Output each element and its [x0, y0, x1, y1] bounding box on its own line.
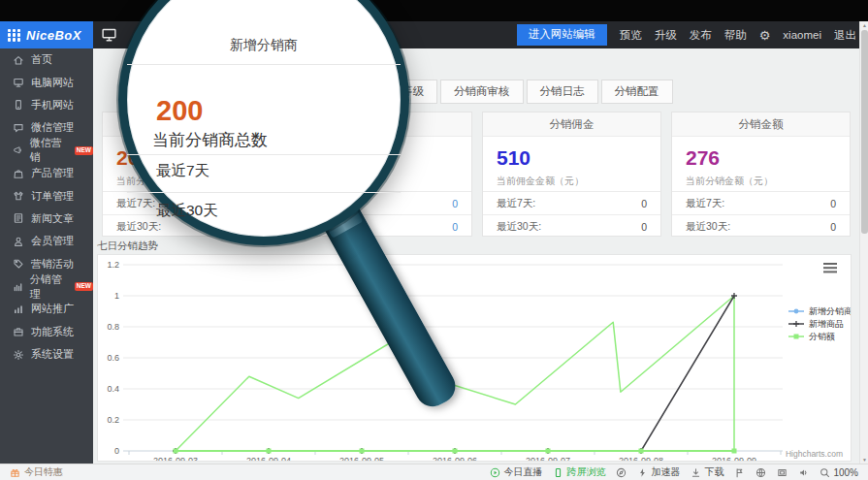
row-value: 0 — [830, 198, 836, 209]
legend-item[interactable]: 新增商品 — [809, 319, 844, 329]
magnified-card-value: 200 — [156, 95, 203, 127]
sidebar: 首页电脑网站手机网站微信管理微信营销NEW产品管理订单管理新闻文章会员管理营销活… — [0, 48, 93, 464]
sidebar-item-orders[interactable]: 订单管理 — [0, 184, 93, 207]
row-value: 0 — [641, 198, 647, 209]
menu-upgrade[interactable]: 升级 — [655, 28, 677, 43]
sidebar-item-distribution[interactable]: 分销管理NEW — [0, 275, 93, 298]
tag-icon — [13, 258, 24, 270]
svg-text:2016-09-09: 2016-09-09 — [712, 456, 756, 461]
sidebar-item-label: 网站推广 — [31, 302, 74, 316]
menu-publish[interactable]: 发布 — [690, 28, 712, 43]
row-value: 0 — [452, 198, 458, 209]
sidebar-item-label: 首页 — [31, 52, 52, 67]
globe-icon — [755, 467, 766, 478]
card-caption: 当前分销金额（元） — [686, 175, 773, 188]
menu-preview[interactable]: 预览 — [620, 28, 642, 43]
sidebar-item-members[interactable]: 会员管理 — [0, 230, 93, 252]
status-item-label: 加速器 — [651, 465, 680, 479]
magnified-row-7d: 最近7天 — [156, 161, 209, 181]
bag-icon — [13, 168, 24, 179]
legend-item[interactable]: 新增分销商 — [809, 306, 851, 316]
apps-grid-icon — [8, 29, 20, 42]
settings-gear-icon[interactable]: ⚙ — [759, 28, 771, 43]
tab-config[interactable]: 分销配置 — [601, 80, 673, 104]
scroll-down-arrow[interactable]: ▼ — [860, 457, 868, 463]
row-value: 0 — [830, 221, 836, 233]
status-item-window[interactable] — [777, 467, 788, 478]
card-amount: 分销金额276当前分销金额（元）最近7天:0最近30天:0 — [671, 112, 851, 237]
card-row: 最近7天:0 — [672, 191, 850, 214]
pc-view-icon[interactable] — [101, 26, 117, 47]
tab-logs[interactable]: 分销日志 — [527, 80, 598, 104]
sidebar-item-pc-site[interactable]: 电脑网站 — [0, 71, 93, 93]
sidebar-item-mobile-site[interactable]: 手机网站 — [0, 94, 93, 116]
member-icon — [13, 236, 24, 247]
sidebar-item-news[interactable]: 新闻文章 — [0, 208, 93, 230]
card-title: 分销佣金 — [483, 112, 660, 137]
scrollbar-thumb[interactable] — [861, 30, 868, 234]
brand-name: NiceBoX — [26, 28, 81, 43]
status-item-live[interactable]: 今日直播 — [490, 465, 542, 479]
chart-menu-icon[interactable] — [823, 263, 837, 265]
card-row: 最近30天:0 — [483, 214, 660, 238]
status-item-cross-screen[interactable]: 跨屏浏览 — [553, 465, 605, 479]
scroll-up-arrow[interactable]: ▲ — [860, 22, 868, 28]
status-bar: 今日特惠 今日直播跨屏浏览加速器下载100% — [0, 464, 868, 480]
gear-icon — [13, 349, 24, 361]
vertical-scrollbar[interactable]: ▲ ▼ — [859, 21, 868, 464]
logout-link[interactable]: 退出 — [834, 28, 856, 43]
row-label: 最近30天: — [686, 220, 730, 234]
horn-icon — [13, 144, 23, 156]
shirt-icon — [13, 190, 24, 202]
highcharts-credit[interactable]: Highcharts.com — [786, 449, 843, 459]
card-caption: 当前佣金金额（元） — [497, 175, 584, 188]
status-item-compass[interactable] — [616, 467, 627, 478]
status-item-zoom[interactable]: 100% — [820, 467, 858, 478]
tab-review[interactable]: 分销商审核 — [440, 80, 524, 104]
magnified-card: 新增分销商 200 当前分销商总数 最近7天 最近30天 — [127, 0, 401, 237]
window-icon — [777, 467, 788, 478]
brand-logo[interactable]: NiceBoX — [0, 21, 93, 48]
status-item-browser[interactable] — [755, 467, 766, 478]
todays-deal-label: 今日特惠 — [24, 465, 63, 479]
sidebar-item-settings[interactable]: 系统设置 — [0, 343, 93, 366]
chart-title: 七日分销趋势 — [97, 240, 158, 253]
svg-text:1: 1 — [114, 291, 119, 301]
chart-menu-icon[interactable] — [823, 267, 837, 269]
svg-text:2016-09-07: 2016-09-07 — [526, 456, 570, 461]
sidebar-item-home[interactable]: 首页 — [0, 48, 93, 71]
screenshot-root: NiceBoX 进入网站编辑 预览 升级 发布 帮助 ⚙ xiaomei 退出 … — [0, 0, 868, 480]
svg-text:2016-09-04: 2016-09-04 — [246, 456, 291, 461]
gift-icon — [10, 467, 20, 478]
speaker-icon — [798, 467, 809, 478]
sidebar-item-features[interactable]: 功能系统 — [0, 321, 93, 343]
sidebar-item-label: 订单管理 — [31, 189, 74, 204]
status-item-booster[interactable]: 加速器 — [637, 465, 680, 479]
todays-deal-item[interactable]: 今日特惠 — [10, 465, 63, 479]
sidebar-item-promotion[interactable]: 网站推广 — [0, 298, 93, 320]
svg-text:2016-09-06: 2016-09-06 — [433, 456, 477, 461]
sidebar-item-label: 会员管理 — [31, 234, 74, 248]
chart-menu-icon[interactable] — [823, 271, 837, 272]
sidebar-item-label: 微信管理 — [31, 120, 74, 135]
new-badge: NEW — [75, 282, 93, 291]
case-icon — [13, 326, 24, 337]
phone-green-icon — [553, 467, 563, 478]
card-row: 最近7天:0 — [483, 191, 660, 214]
status-item-download[interactable]: 下载 — [691, 465, 723, 479]
magnified-card-caption: 当前分销商总数 — [152, 129, 268, 151]
row-label: 最近30天: — [497, 220, 541, 234]
sidebar-item-label: 电脑网站 — [31, 76, 74, 90]
sidebar-item-label: 分销管理 — [30, 272, 68, 302]
legend-item[interactable]: 分销额 — [809, 332, 835, 341]
sidebar-item-wechat-marketing[interactable]: 微信营销NEW — [0, 140, 93, 162]
sidebar-item-label: 系统设置 — [31, 347, 74, 362]
sidebar-item-products[interactable]: 产品管理 — [0, 162, 93, 184]
enter-site-edit-button[interactable]: 进入网站编辑 — [517, 24, 607, 46]
card-row: 最近30天:0 — [672, 214, 850, 238]
sidebar-item-label: 产品管理 — [31, 166, 74, 180]
status-item-sound[interactable] — [798, 467, 809, 478]
status-item-flag[interactable] — [734, 467, 745, 478]
username[interactable]: xiaomei — [783, 29, 821, 41]
menu-help[interactable]: 帮助 — [724, 28, 747, 43]
